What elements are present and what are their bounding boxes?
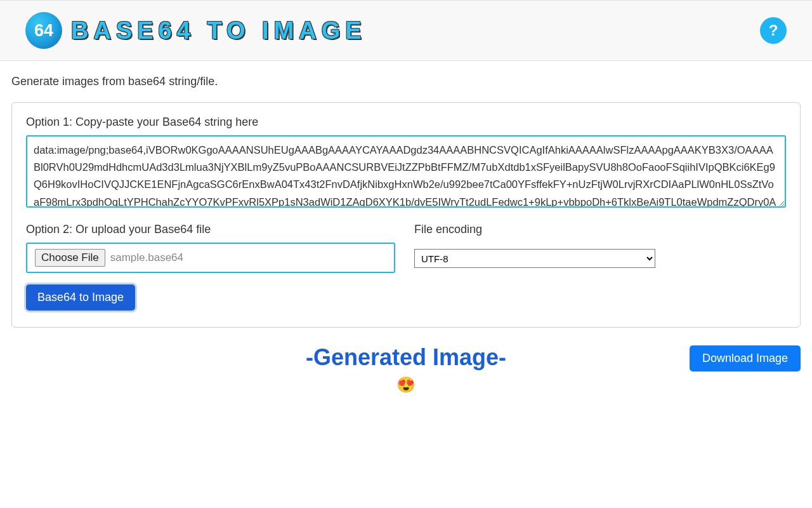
- selected-file-name: sample.base64: [110, 251, 183, 264]
- input-panel: Option 1: Copy-paste your Base64 string …: [11, 102, 801, 328]
- brand: 64 BASE64 TO IMAGE: [25, 12, 367, 49]
- file-input[interactable]: Choose File sample.base64: [26, 243, 395, 273]
- main-content: Generate images from base64 string/file.…: [0, 61, 812, 328]
- option1-label: Option 1: Copy-paste your Base64 string …: [26, 116, 786, 129]
- convert-button[interactable]: Base64 to Image: [26, 284, 135, 311]
- help-button[interactable]: ?: [760, 17, 787, 44]
- generated-image-heading: -Generated Image-: [11, 344, 801, 371]
- encoding-select[interactable]: UTF-8: [414, 249, 655, 268]
- header: 64 BASE64 TO IMAGE ?: [0, 0, 812, 61]
- download-image-button[interactable]: Download Image: [690, 345, 801, 371]
- generated-image-preview: 😍: [11, 376, 801, 394]
- result-area: Download Image -Generated Image- 😍: [0, 344, 812, 394]
- choose-file-button[interactable]: Choose File: [35, 249, 105, 267]
- page-title: BASE64 TO IMAGE: [71, 17, 367, 44]
- encoding-label: File encoding: [414, 223, 779, 236]
- base64-textarea[interactable]: [26, 135, 786, 208]
- option2-label: Option 2: Or upload your Base64 file: [26, 223, 395, 236]
- page-subtitle: Generate images from base64 string/file.: [11, 75, 801, 88]
- logo-icon: 64: [25, 12, 62, 49]
